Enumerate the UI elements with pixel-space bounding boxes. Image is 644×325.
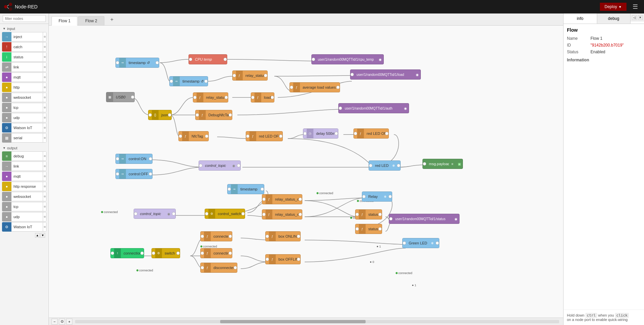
timestamp3-output-port[interactable] [261, 184, 264, 194]
node-relay[interactable]: Relay ❄ [362, 191, 392, 202]
node-connected[interactable]: ƒ connected [200, 231, 232, 241]
sidebar-item-http-response[interactable]: ● http response [2, 182, 46, 191]
delay-input-port[interactable] [303, 129, 307, 138]
red-led-on-output-port[interactable] [385, 129, 388, 138]
node-load[interactable]: ƒ load [251, 92, 274, 102]
red-led-output-port[interactable] [397, 161, 400, 170]
node-switch[interactable]: ⚙ switch [151, 248, 180, 258]
deploy-button[interactable]: Deploy ▼ [600, 3, 626, 11]
node-mqtt-auth[interactable]: user/1/random00MQTTid/1/auth ◉ [338, 103, 409, 113]
control-off-input-port[interactable] [116, 169, 119, 179]
panel-collapse-btn[interactable]: ◁ [632, 15, 637, 20]
node-debug-nfc-tag[interactable]: ƒ DebugNfcTag [195, 110, 232, 120]
node-nfc-tag[interactable]: ƒ NfcTag [178, 131, 209, 141]
node-mqtt-status[interactable]: user/1/random00MQTTid/1/status ◉ [389, 214, 460, 224]
average-load-output-port[interactable] [336, 83, 340, 92]
add-tab-button[interactable]: + [107, 14, 117, 25]
sidebar-nav-up[interactable]: ▲ [35, 233, 40, 238]
node-control-on[interactable]: ⇒ control:ON [115, 154, 152, 164]
nfc-tag-input-port[interactable] [179, 131, 182, 141]
node-green-led[interactable]: Green LED ❄ [402, 238, 439, 248]
control-on-output-port[interactable] [149, 154, 152, 164]
tab-flow1[interactable]: Flow 1 [52, 16, 77, 26]
node-relay-status-off[interactable]: ƒ relay_status_off [262, 209, 302, 219]
canvas-zoom-reset[interactable]: ⊙ [59, 319, 65, 325]
control-switch-output-port[interactable] [241, 209, 245, 218]
node-relay-status-on[interactable]: ƒ relay_status_on [262, 194, 302, 204]
node-average-load[interactable]: ƒ average load values [290, 82, 340, 92]
sidebar-item-mqtt-out[interactable]: ● mqtt [2, 172, 46, 181]
node-cpu-temp[interactable]: CPU temp [189, 54, 227, 64]
relay-status-off-input-port[interactable] [262, 210, 266, 219]
sidebar-item-watson-iot-input[interactable]: ⚙ Watson IoT [2, 123, 46, 132]
mqtt-cpu-input-port[interactable] [312, 55, 315, 64]
output-section-header[interactable]: ▼ output [2, 145, 46, 151]
connected-output-port[interactable] [229, 232, 232, 241]
node-delay-500ms[interactable]: ◷ delay 500ms [303, 128, 338, 139]
node-box-online[interactable]: ƒ box ONLINE [265, 231, 301, 241]
disconnected-input-port[interactable] [201, 263, 204, 272]
status1-input-port[interactable] [355, 210, 359, 219]
tab-flow2[interactable]: Flow 2 [78, 16, 104, 25]
node-relay-status1[interactable]: ƒ relay_status [232, 70, 268, 81]
menu-button[interactable]: ☰ [630, 2, 641, 12]
relay-status-off-output-port[interactable] [299, 210, 302, 219]
nfc-tag-output-port[interactable] [205, 131, 208, 141]
node-box-offline[interactable]: ƒ box OFFLINE [265, 254, 301, 264]
sidebar-item-tcp-out[interactable]: ● tcp [2, 202, 46, 211]
switch-output-port[interactable] [176, 248, 180, 258]
node-status1[interactable]: ƒ status [355, 209, 382, 219]
node-relay-status2[interactable]: ƒ relay_status [193, 92, 228, 102]
disconnected-output-port[interactable] [234, 263, 237, 272]
relay-status2-output-port[interactable] [225, 93, 228, 102]
relay-status-on-input-port[interactable] [262, 195, 266, 204]
cpu-temp-input-port[interactable] [189, 55, 192, 64]
status2-input-port[interactable] [355, 224, 359, 234]
relay-status1-input-port[interactable] [233, 71, 236, 80]
sidebar-item-tcp[interactable]: ● tcp [2, 103, 46, 112]
debug-nfc-tag-input-port[interactable] [196, 110, 199, 120]
node-connection[interactable]: ! connection [110, 248, 144, 258]
json-output-port[interactable] [168, 110, 171, 120]
sidebar-item-websocket-out[interactable]: ● websocket [2, 192, 46, 201]
control-topic2-output-port[interactable] [172, 209, 175, 218]
relay-status2-input-port[interactable] [193, 93, 197, 102]
node-usb0[interactable]: ▦ USB0 [106, 92, 135, 102]
control-on-input-port[interactable] [116, 154, 119, 164]
node-mqtt-cpu-temp[interactable]: user/1/random00MQTTid/1/cpu_temp ◉ [311, 54, 384, 64]
mqtt-load-input-port[interactable] [350, 70, 354, 79]
msg-payload-input-port[interactable] [423, 159, 426, 169]
sidebar-item-inject[interactable]: → inject [2, 32, 46, 41]
relay-input-port[interactable] [362, 192, 366, 201]
red-led-input-port[interactable] [369, 161, 372, 170]
timestamp1-output-port[interactable] [156, 58, 159, 67]
sidebar-item-status[interactable]: i status [2, 52, 46, 62]
status2-output-port[interactable] [378, 224, 382, 234]
canvas-zoom-plus[interactable]: + [66, 319, 72, 325]
node-disconnected[interactable]: ƒ disconnected [200, 263, 237, 273]
node-mqtt-load[interactable]: user/1/random00MQTTid/1/load ◉ [350, 69, 421, 80]
node-timestamp1[interactable]: ⇒ timestamp ↺ [115, 58, 159, 68]
cpu-temp-output-port[interactable] [224, 55, 227, 64]
switch-input-port[interactable] [152, 248, 155, 258]
timestamp3-input-port[interactable] [228, 184, 231, 194]
red-led-off-input-port[interactable] [246, 131, 249, 141]
right-tab-info[interactable]: info [564, 13, 597, 24]
canvas-zoom-minus[interactable]: − [52, 319, 58, 325]
node-timestamp2[interactable]: ⇒ timestamp ↺ [169, 76, 208, 86]
json-input-port[interactable] [148, 110, 152, 120]
timestamp1-input-port[interactable] [116, 58, 119, 67]
control-topic1-output-port[interactable] [237, 161, 240, 170]
node-red-led[interactable]: red LED ❄ [369, 160, 401, 171]
mqtt-auth-input-port[interactable] [339, 104, 342, 113]
relay-status-on-output-port[interactable] [299, 195, 302, 204]
node-status2[interactable]: ƒ status [355, 224, 382, 234]
canvas-hscrollbar[interactable] [75, 320, 559, 323]
control-topic1-input-port[interactable] [199, 161, 202, 170]
box-offline-output-port[interactable] [297, 255, 300, 264]
box-online-output-port[interactable] [297, 232, 300, 241]
red-led-on-input-port[interactable] [354, 129, 357, 138]
status1-output-port[interactable] [378, 210, 382, 219]
node-red-led-off[interactable]: ƒ red LED OFF [246, 131, 283, 141]
red-led-off-output-port[interactable] [279, 131, 282, 141]
